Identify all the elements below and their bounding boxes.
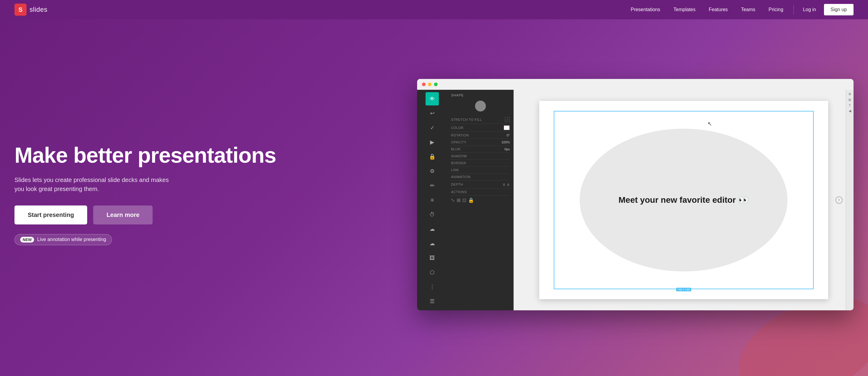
sidebar-undo-icon[interactable]: ↩ <box>426 107 439 120</box>
navbar: S slides Presentations Templates Feature… <box>0 0 868 19</box>
stretch-checkbox[interactable]: ✓ <box>505 117 510 122</box>
sidebar-cloud-icon[interactable]: ☁ <box>426 223 439 236</box>
canvas-add-button[interactable]: + <box>835 197 843 204</box>
nav-link-presentations[interactable]: Presentations <box>624 4 667 15</box>
rail-settings-icon[interactable]: ⚙ <box>848 92 851 96</box>
slide-text: Meet your new favorite editor 👀 <box>613 189 755 211</box>
depth-up-icon[interactable]: ∧ <box>507 182 510 187</box>
rotation-value: 0° <box>507 133 510 137</box>
shadow-label: SHADOW <box>451 154 467 158</box>
panel-row-blur: BLUR 0px <box>451 146 510 153</box>
sidebar-eye-icon[interactable]: 👁 <box>426 92 439 105</box>
panel-row-depth: DEPTH ∨ ∧ <box>451 180 510 189</box>
action-resize-icon[interactable]: ⤡ <box>451 197 455 203</box>
sidebar-lock-icon[interactable]: 🔒 <box>426 150 439 163</box>
opacity-label: OPACITY <box>451 140 466 144</box>
nav-links: Presentations Templates Features Teams P… <box>624 4 854 15</box>
sidebar-layers-icon[interactable]: ≡ <box>426 194 439 207</box>
panel-row-animation: ANIMATION <box>451 174 510 180</box>
panel-row-opacity: OPACITY 100% <box>451 139 510 146</box>
actions-icons-row: ⤡ ⊞ ⊡ 🔒 <box>451 196 510 203</box>
nav-divider <box>794 5 794 14</box>
nav-link-teams[interactable]: Teams <box>734 4 762 15</box>
canvas-slide: Meet your new favorite editor 👀 740 × 74… <box>539 101 828 300</box>
start-presenting-button[interactable]: Start presenting <box>14 205 87 225</box>
link-label: LINK <box>451 168 459 172</box>
app-sidebar: 👁 ↩ ✓ ▶ 🔒 ⚙ ✏ ≡ ⏱ ☁ ☁ 🖼 ⬡ ⋮ ☰ <box>417 90 447 310</box>
sidebar-timer-icon[interactable]: ⏱ <box>426 208 439 221</box>
rotation-label: ROTATION <box>451 133 469 137</box>
hero-badge: NEW Live annotation while presenting <box>14 234 112 245</box>
logo-icon: S <box>14 4 27 16</box>
color-label: COLOR <box>451 126 464 130</box>
signup-button[interactable]: Sign up <box>824 4 854 15</box>
dimension-tag: 740 × 740 <box>676 288 691 291</box>
sidebar-hamburger-icon[interactable]: ☰ <box>426 295 439 308</box>
sidebar-play-icon[interactable]: ▶ <box>426 136 439 149</box>
hero-section: Make better presentations Slides lets yo… <box>0 19 868 376</box>
blur-value: 0px <box>504 147 510 151</box>
sidebar-image-icon[interactable]: 🖼 <box>426 251 439 265</box>
hero-title: Make better presentations <box>14 144 392 167</box>
panel-row-rotation: ROTATION 0° <box>451 132 510 139</box>
panel-title: SHAPE <box>451 93 510 97</box>
panel-row-link: LINK <box>451 167 510 174</box>
window-titlebar <box>417 79 854 90</box>
action-lock-icon2[interactable]: 🔒 <box>468 197 474 203</box>
sidebar-share-icon[interactable]: ⬡ <box>426 266 439 279</box>
shape-circle-preview <box>475 101 486 111</box>
rail-text-icon[interactable]: T <box>849 104 851 107</box>
panel-row-actions: ACTIONS <box>451 189 510 196</box>
depth-label: DEPTH <box>451 182 463 186</box>
hero-buttons: Start presenting Learn more <box>14 205 392 225</box>
nav-link-pricing[interactable]: Pricing <box>762 4 790 15</box>
slide-circle: Meet your new favorite editor 👀 <box>580 129 787 271</box>
color-swatch[interactable] <box>504 125 510 130</box>
opacity-value: 100% <box>501 140 510 144</box>
panel-row-shadow: SHADOW <box>451 153 510 160</box>
nav-auth: Log in Sign up <box>798 4 854 15</box>
panel-shape-preview <box>451 101 510 111</box>
rail-grid-icon[interactable]: ⊞ <box>848 98 851 102</box>
panel-row-border: BORDER <box>451 160 510 167</box>
sidebar-settings-icon[interactable]: ⚙ <box>426 165 439 178</box>
window-maximize-dot[interactable] <box>434 82 438 86</box>
logo[interactable]: S slides <box>14 4 48 16</box>
actions-label: ACTIONS <box>451 190 467 194</box>
panel-row-stretch: STRETCH TO FILL ✓ <box>451 116 510 124</box>
logo-text: slides <box>30 6 48 13</box>
learn-more-button[interactable]: Learn more <box>93 205 153 225</box>
blur-label: BLUR <box>451 147 460 151</box>
stretch-label: STRETCH TO FILL <box>451 118 482 122</box>
nav-link-templates[interactable]: Templates <box>667 4 702 15</box>
hero-right: 👁 ↩ ✓ ▶ 🔒 ⚙ ✏ ≡ ⏱ ☁ ☁ 🖼 ⬡ ⋮ ☰ <box>417 79 854 310</box>
sidebar-cloud2-icon[interactable]: ☁ <box>426 237 439 250</box>
app-canvas: + Meet your new favorite editor 👀 740 × … <box>514 90 854 310</box>
sidebar-pencil-icon[interactable]: ✏ <box>426 179 439 192</box>
animation-label: ANIMATION <box>451 175 470 179</box>
badge-new-label: NEW <box>20 237 34 243</box>
hero-subtitle: Slides lets you create professional slid… <box>14 175 171 194</box>
login-button[interactable]: Log in <box>798 4 822 15</box>
window-close-dot[interactable] <box>422 82 426 86</box>
action-copy-icon[interactable]: ⊞ <box>457 197 461 203</box>
window-minimize-dot[interactable] <box>428 82 432 86</box>
action-delete-icon[interactable]: ⊡ <box>462 197 466 203</box>
nav-link-features[interactable]: Features <box>702 4 734 15</box>
window-body: 👁 ↩ ✓ ▶ 🔒 ⚙ ✏ ≡ ⏱ ☁ ☁ 🖼 ⬡ ⋮ ☰ <box>417 90 854 310</box>
app-window: 👁 ↩ ✓ ▶ 🔒 ⚙ ✏ ≡ ⏱ ☁ ☁ 🖼 ⬡ ⋮ ☰ <box>417 79 854 310</box>
sidebar-check-icon[interactable]: ✓ <box>426 121 439 134</box>
properties-panel: SHAPE STRETCH TO FILL ✓ COLOR ROTATION <box>447 90 514 310</box>
badge-text: Live annotation while presenting <box>37 237 106 242</box>
canvas-right-rail: ⚙ ⊞ T ◀ <box>846 90 854 310</box>
depth-down-icon[interactable]: ∨ <box>502 182 505 187</box>
hero-left: Make better presentations Slides lets yo… <box>14 144 392 245</box>
sidebar-menu-icon[interactable]: ⋮ <box>426 280 439 294</box>
panel-row-color: COLOR <box>451 124 510 132</box>
border-label: BORDER <box>451 161 466 165</box>
rail-back-icon[interactable]: ◀ <box>849 109 851 113</box>
cursor-icon: ↖ <box>708 121 712 127</box>
